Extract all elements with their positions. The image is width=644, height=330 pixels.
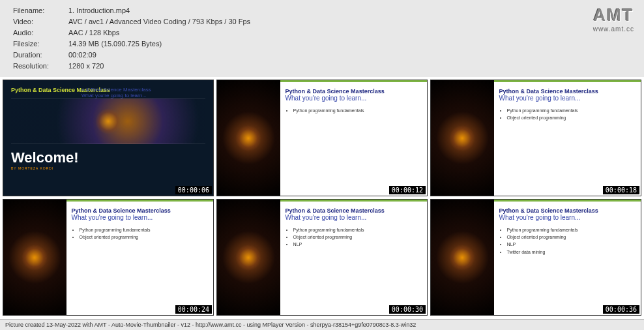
label-filesize: Filesize: bbox=[13, 38, 68, 50]
timestamp-3: 00:00:18 bbox=[603, 186, 639, 194]
thumbnail-6: Python & Data Science Masterclass What y… bbox=[430, 199, 641, 316]
accent-bar bbox=[280, 200, 427, 202]
slide-subtitle: What you're going to learn... bbox=[285, 95, 422, 102]
logo-text: AMT bbox=[593, 5, 634, 25]
metadata-header: Filename:1. Introduction.mp4 Video:AVC /… bbox=[0, 0, 644, 77]
timestamp-1: 00:00:06 bbox=[175, 186, 212, 194]
slide-title: Python & Data Science Masterclass bbox=[499, 88, 636, 95]
thumb-graphic bbox=[217, 200, 280, 315]
value-resolution: 1280 x 720 bbox=[68, 61, 104, 72]
bullet-item: Python programming fundamentals bbox=[293, 226, 422, 233]
accent-bar bbox=[494, 80, 641, 82]
slide-subtitle: What you're going to learn... bbox=[72, 214, 208, 221]
label-filename: Filename: bbox=[13, 5, 68, 16]
label-video: Video: bbox=[13, 16, 68, 27]
label-audio: Audio: bbox=[13, 27, 68, 38]
value-audio: AAC / 128 Kbps bbox=[68, 27, 119, 38]
bullet-list: Python programming fundamentals Object o… bbox=[499, 107, 636, 121]
label-duration: Duration: bbox=[13, 50, 68, 61]
footer-text: Picture created 13-May-2022 with AMT - A… bbox=[0, 319, 644, 330]
bullet-item: Object oriented programming bbox=[80, 233, 208, 241]
bullet-list: Python programming fundamentals bbox=[285, 107, 422, 114]
metadata-table: Filename:1. Introduction.mp4 Video:AVC /… bbox=[13, 5, 250, 72]
slide-title: Python & Data Science Masterclass bbox=[72, 207, 208, 214]
brain-graphic bbox=[11, 98, 205, 144]
bullet-list: Python programming fundamentals Object o… bbox=[72, 226, 208, 241]
welcome-heading: Welcome! bbox=[11, 149, 205, 166]
bullet-item: Twitter data mining bbox=[507, 248, 636, 256]
timestamp-2: 00:00:12 bbox=[389, 186, 426, 194]
bullet-list: Python programming fundamentals Object o… bbox=[285, 226, 422, 248]
slide-title: Python & Data Science Masterclass bbox=[499, 207, 636, 214]
bullet-item: Object oriented programming bbox=[507, 233, 636, 241]
bullet-item: Python programming fundamentals bbox=[507, 226, 636, 233]
slide-subtitle: What you're going to learn... bbox=[285, 214, 422, 221]
thumb-graphic bbox=[3, 200, 66, 315]
timestamp-5: 00:00:30 bbox=[389, 305, 426, 314]
slide-title: Python & Data Science Masterclass bbox=[285, 88, 422, 95]
value-video: AVC / avc1 / Advanced Video Coding / 793… bbox=[68, 16, 250, 27]
logo-url: www.amt.cc bbox=[593, 25, 634, 33]
slide-overlay-text: n & Data Science Masterclass What you're… bbox=[81, 87, 151, 98]
thumbnail-4: Python & Data Science Masterclass What y… bbox=[3, 199, 214, 316]
value-duration: 00:02:09 bbox=[68, 50, 96, 61]
bullet-item: Object oriented programming bbox=[507, 114, 636, 121]
bullet-item: Python programming fundamentals bbox=[507, 107, 636, 114]
amt-logo: AMT www.amt.cc bbox=[593, 5, 634, 33]
thumbnail-grid: Python & Data Science Masterclass n & Da… bbox=[0, 77, 644, 318]
bullet-list: Python programming fundamentals Object o… bbox=[499, 226, 636, 256]
author-byline: BY MORTEZA KORDI bbox=[11, 166, 205, 170]
accent-bar bbox=[66, 200, 213, 202]
slide-title: Python & Data Science Masterclass bbox=[285, 207, 422, 214]
timestamp-4: 00:00:24 bbox=[175, 305, 212, 314]
thumb-graphic bbox=[431, 80, 494, 196]
thumb-graphic bbox=[217, 80, 280, 196]
slide-subtitle: What you're going to learn... bbox=[499, 95, 636, 102]
accent-bar bbox=[280, 80, 427, 82]
value-filesize: 14.39 MB (15.090.725 Bytes) bbox=[68, 38, 162, 50]
bullet-item: NLP bbox=[507, 241, 636, 248]
thumbnail-1: Python & Data Science Masterclass n & Da… bbox=[3, 80, 214, 196]
value-filename: 1. Introduction.mp4 bbox=[68, 5, 130, 16]
bullet-item: Python programming fundamentals bbox=[80, 226, 208, 233]
thumb-graphic bbox=[431, 200, 494, 315]
bullet-item: NLP bbox=[293, 241, 422, 248]
accent-bar bbox=[494, 200, 641, 202]
slide-subtitle: What you're going to learn... bbox=[499, 214, 636, 221]
label-resolution: Resolution: bbox=[13, 61, 68, 72]
bullet-item: Object oriented programming bbox=[293, 233, 422, 241]
thumbnail-2: Python & Data Science Masterclass What y… bbox=[216, 80, 428, 196]
timestamp-6: 00:00:36 bbox=[603, 305, 639, 314]
bullet-item: Python programming fundamentals bbox=[293, 107, 422, 114]
thumbnail-3: Python & Data Science Masterclass What y… bbox=[430, 80, 641, 196]
thumbnail-5: Python & Data Science Masterclass What y… bbox=[216, 199, 428, 316]
